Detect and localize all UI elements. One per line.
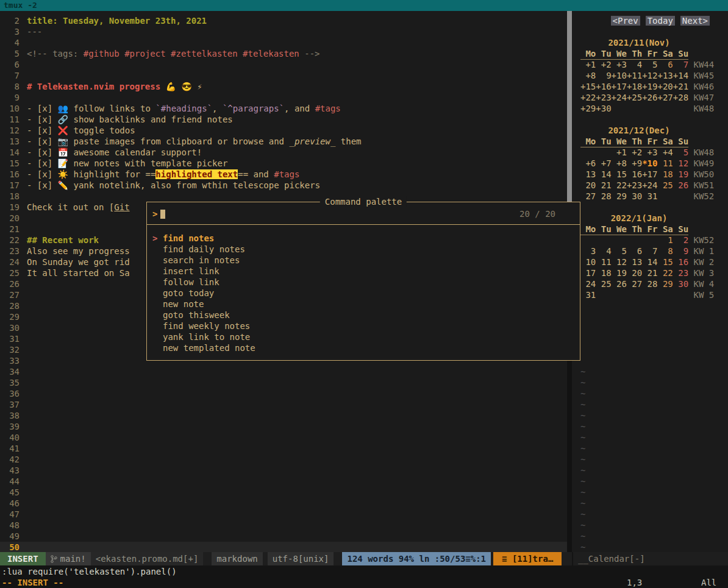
calendar-week-row[interactable]: 3 4 5 6 7 8 9 KW 1	[572, 246, 728, 257]
calendar-day[interactable]: +6	[580, 158, 596, 168]
calendar-day[interactable]	[673, 104, 688, 113]
calendar-day[interactable]: +15	[580, 82, 596, 91]
editor-line[interactable]: 10- [x] 👥 follow links to `#headings`, `…	[0, 103, 567, 114]
calendar-day[interactable]: 7	[673, 60, 688, 69]
calendar-week-row[interactable]: 1 2 KW52	[572, 235, 728, 246]
calendar-day[interactable]: +25	[627, 93, 642, 102]
calendar-day[interactable]	[612, 235, 627, 245]
calendar-day[interactable]: +19	[642, 82, 657, 91]
calendar-day[interactable]: 22	[612, 180, 627, 190]
calendar-day[interactable]: 22	[657, 268, 673, 278]
calendar-today-button[interactable]: Today	[646, 16, 675, 26]
calendar-day[interactable]: 28	[642, 279, 657, 289]
calendar-day[interactable]: 5	[673, 147, 688, 157]
calendar-week-row[interactable]: +6 +7 +8 +9*10 11 12 KW49	[572, 158, 728, 169]
calendar-prev-button[interactable]: <Prev	[611, 16, 640, 26]
calendar-day[interactable]: +24	[642, 180, 657, 190]
calendar-day[interactable]: +2	[596, 60, 611, 69]
calendar-day[interactable]: 30	[673, 279, 688, 289]
calendar-day[interactable]: 9	[596, 71, 611, 80]
calendar-day[interactable]: 21	[642, 268, 657, 278]
palette-item[interactable]: new templated note	[147, 342, 580, 353]
editor-line[interactable]: 39	[0, 421, 567, 432]
editor-line[interactable]: 6	[0, 59, 567, 70]
calendar-day[interactable]	[642, 235, 657, 245]
calendar-day[interactable]: 20	[627, 268, 642, 278]
calendar-day[interactable]: +14	[673, 71, 688, 80]
calendar-day[interactable]: 6	[657, 60, 673, 69]
palette-item[interactable]: goto thisweek	[147, 310, 580, 321]
editor-line[interactable]: 37	[0, 399, 567, 410]
editor-line[interactable]: 49	[0, 531, 567, 542]
calendar-day[interactable]: 12	[673, 158, 688, 168]
calendar-week-row[interactable]: 20 21 22+23+24 25 26 KW51	[572, 180, 728, 191]
calendar-day[interactable]: +17	[642, 169, 657, 179]
calendar-day[interactable]: 31	[642, 191, 657, 201]
calendar-day[interactable]	[596, 290, 611, 300]
calendar-day[interactable]: 18	[596, 268, 611, 278]
calendar-day[interactable]	[673, 191, 688, 201]
calendar-day[interactable]: 18	[657, 169, 673, 179]
calendar-day[interactable]	[642, 104, 657, 113]
calendar-day[interactable]: +12	[642, 71, 657, 80]
calendar-day[interactable]: *10	[642, 158, 657, 168]
calendar-day[interactable]	[627, 104, 642, 113]
palette-item[interactable]: find weekly notes	[147, 321, 580, 331]
calendar-day[interactable]: 15	[657, 257, 673, 267]
calendar-week-row[interactable]: 27 28 29 30 31 KW52	[572, 191, 728, 202]
editor-line[interactable]: 5<!-- tags: #github #project #zettelkast…	[0, 48, 567, 59]
calendar-day[interactable]: 3	[580, 246, 596, 256]
editor-line[interactable]: 18	[0, 191, 567, 202]
editor-line[interactable]: 14- [x] 📅 awesome calendar support!	[0, 147, 567, 158]
calendar-day[interactable]: 27	[627, 279, 642, 289]
calendar-day[interactable]: 4	[627, 60, 642, 69]
palette-item[interactable]: search in notes	[147, 255, 580, 266]
calendar-day[interactable]: 2	[673, 235, 688, 245]
calendar-day[interactable]	[627, 290, 642, 300]
calendar-day[interactable]: 14	[642, 257, 657, 267]
editor-line[interactable]: 17- [x] ✏️ yank notelink, also from wthi…	[0, 180, 567, 191]
calendar-week-row[interactable]: +15+16+17+18+19+20+21 KW46	[572, 81, 728, 92]
editor-line[interactable]: 50	[0, 542, 567, 552]
calendar-day[interactable]: 23	[673, 268, 688, 278]
calendar-day[interactable]: +8	[580, 71, 596, 80]
calendar-day[interactable]: +22	[580, 93, 596, 102]
calendar-day[interactable]	[657, 191, 673, 201]
calendar-day[interactable]	[657, 290, 673, 300]
calendar-day[interactable]: +24	[612, 93, 627, 102]
calendar-day[interactable]	[642, 290, 657, 300]
calendar-day[interactable]: 8	[657, 246, 673, 256]
editor-line[interactable]: 16- [x] ☀️ highlight for ==highlighted t…	[0, 169, 567, 180]
calendar-day[interactable]: +13	[657, 71, 673, 80]
editor-line[interactable]: 3---	[0, 26, 567, 37]
palette-item[interactable]: follow link	[147, 277, 580, 288]
calendar-day[interactable]: 14	[596, 169, 611, 179]
calendar-day[interactable]: 25	[596, 279, 611, 289]
calendar-day[interactable]: +3	[642, 147, 657, 157]
calendar-day[interactable]: 31	[580, 290, 596, 300]
calendar-day[interactable]: 15	[612, 169, 627, 179]
calendar-day[interactable]: +7	[596, 158, 611, 168]
editor-line[interactable]: 15- [x] 📝 new notes with template picker	[0, 158, 567, 169]
calendar-week-row[interactable]: +1 +2 +3 4 5 6 7 KW44	[572, 59, 728, 70]
calendar-week-row[interactable]: 24 25 26 27 28 29 30 KW 4	[572, 278, 728, 289]
calendar-week-row[interactable]: 13 14 15 16+17 18 19 KW50	[572, 169, 728, 180]
editor-line[interactable]: 7	[0, 70, 567, 81]
calendar-day[interactable]: 4	[596, 246, 611, 256]
editor-line[interactable]: 9	[0, 92, 567, 103]
calendar-day[interactable]: 29	[612, 191, 627, 201]
calendar-day[interactable]: +16	[596, 82, 611, 91]
editor-line[interactable]: 46	[0, 498, 567, 509]
calendar-day[interactable]: 19	[612, 268, 627, 278]
editor-line[interactable]: 38	[0, 410, 567, 421]
palette-item[interactable]: insert link	[147, 266, 580, 277]
calendar-week-row[interactable]: 10 11 12 13 14 15 16 KW 2	[572, 257, 728, 267]
calendar-day[interactable]	[580, 147, 596, 157]
calendar-day[interactable]	[627, 235, 642, 245]
palette-item[interactable]: >find notes	[147, 233, 580, 244]
calendar-day[interactable]: +27	[657, 93, 673, 102]
calendar-week-row[interactable]: +1 +2 +3 +4 5 KW48	[572, 147, 728, 158]
calendar-day[interactable]: 24	[580, 279, 596, 289]
calendar-day[interactable]: 5	[612, 246, 627, 256]
calendar-day[interactable]: 5	[642, 60, 657, 69]
